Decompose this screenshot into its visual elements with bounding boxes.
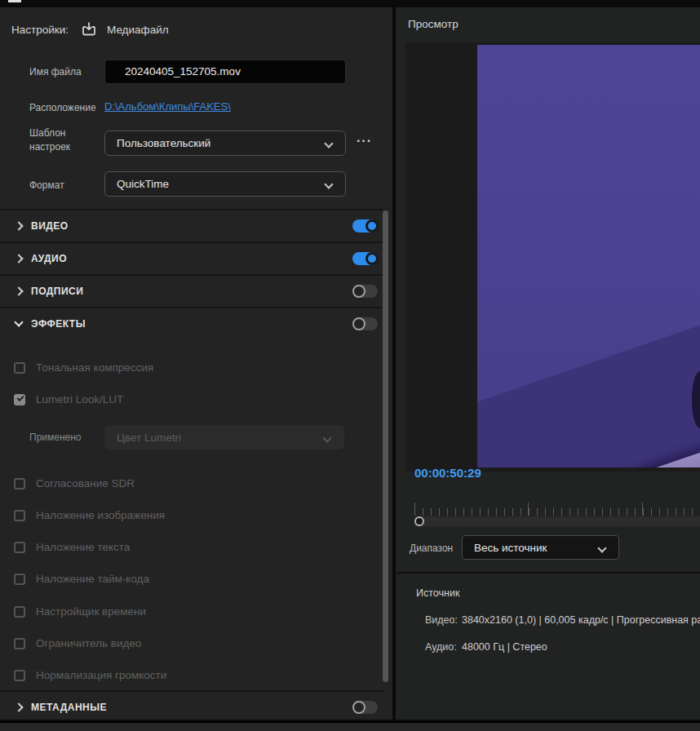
filename-label: Имя файла (29, 66, 82, 78)
chevron-down-icon (324, 179, 333, 188)
settings-panel: Настройки: Медиафайл Имя файла 20240405_… (0, 7, 392, 720)
section-audio[interactable]: АУДИО (0, 241, 383, 272)
chevron-right-icon[interactable] (14, 254, 23, 263)
location-link[interactable]: D:\Альбом\Клипы\FAKES\ (104, 100, 231, 113)
ruler-major-tick (642, 503, 643, 516)
preset-select[interactable]: Пользовательский (104, 131, 346, 156)
source-section-divider (397, 572, 700, 574)
scrubber-track[interactable] (414, 516, 700, 526)
window-top-strip (0, 0, 700, 7)
ruler-major-tick (528, 503, 529, 516)
video-preview-frame[interactable] (477, 45, 700, 467)
section-metadata-label: МЕТАДАННЫЕ (31, 702, 107, 713)
settings-header-label: Настройки: (11, 24, 69, 36)
effect-video-limiter[interactable]: Ограничитель видео (0, 636, 375, 653)
toggle-knob (366, 252, 379, 265)
effect-label: Согласование SDR (36, 477, 135, 490)
range-select[interactable]: Весь источник (462, 535, 619, 560)
checkbox-icon[interactable] (14, 478, 25, 490)
toggle-knob (352, 285, 366, 298)
effect-sdr-conform[interactable]: Согласование SDR (0, 476, 375, 493)
window-bottom-bar (0, 721, 700, 731)
effect-label: Lumetri Look/LUT (36, 393, 123, 405)
chevron-down-icon (324, 139, 333, 148)
preset-more-button[interactable]: ··· (357, 134, 372, 148)
applied-select: Цвет Lumetri (104, 425, 344, 450)
video-toggle[interactable] (352, 219, 378, 233)
section-metadata[interactable]: МЕТАДАННЫЕ (0, 690, 383, 720)
checkbox-icon[interactable] (14, 574, 25, 585)
format-label: Формат (29, 179, 64, 191)
source-audio-value: 48000 Гц | Стерео (462, 641, 547, 653)
effect-label: Наложение текста (36, 541, 130, 553)
checkbox-icon[interactable] (14, 542, 25, 553)
source-video-value: 3840x2160 (1,0) | 60,005 кадр/с | Прогре… (462, 614, 700, 626)
effect-lumetri-look[interactable]: Lumetri Look/LUT (0, 392, 375, 409)
checkbox-icon[interactable] (14, 606, 25, 618)
timecode-display: 00:00:50:29 (414, 466, 481, 480)
section-video-label: ВИДЕО (31, 220, 69, 232)
effect-label: Тональная компрессия (36, 361, 153, 374)
chevron-right-icon[interactable] (14, 286, 23, 295)
playhead-knob[interactable] (414, 516, 424, 526)
section-effects-label: ЭФФЕКТЫ (31, 318, 86, 330)
chevron-down-icon[interactable] (14, 317, 23, 326)
section-effects[interactable]: ЭФФЕКТЫ (0, 307, 383, 338)
toggle-knob (366, 219, 379, 233)
effect-timecode-overlay[interactable]: Наложение тайм-кода (0, 572, 375, 588)
section-captions-label: ПОДПИСИ (31, 286, 83, 297)
preview-title: Просмотр (408, 18, 459, 30)
ruler-major-tick (414, 503, 415, 516)
format-select[interactable]: QuickTime (104, 171, 346, 197)
source-title: Источник (416, 587, 459, 599)
checkbox-icon[interactable] (14, 670, 25, 681)
preset-label-line1: Шаблон (29, 127, 65, 139)
effect-label: Настройщик времени (36, 605, 146, 618)
panel-drag-handle[interactable] (8, 0, 21, 2)
chevron-down-icon (597, 543, 606, 552)
range-select-value: Весь источник (474, 542, 547, 554)
audio-toggle[interactable] (352, 252, 378, 265)
source-video-label: Видео: (425, 614, 458, 626)
checkbox-icon[interactable] (14, 362, 25, 374)
format-select-value: QuickTime (117, 178, 169, 190)
preset-select-value: Пользовательский (117, 137, 210, 149)
preset-label-line2: настроек (29, 141, 70, 153)
video-floor-region (477, 299, 700, 467)
metadata-toggle[interactable] (352, 701, 378, 714)
applied-label: Применено (29, 432, 82, 443)
applied-select-value: Цвет Lumetri (117, 432, 181, 444)
checkbox-icon[interactable] (14, 638, 25, 649)
location-label: Расположение (29, 102, 96, 113)
effect-image-overlay[interactable]: Наложение изображения (0, 508, 375, 525)
effect-text-overlay[interactable]: Наложение текста (0, 540, 375, 556)
filename-input[interactable]: 20240405_152705.mov (104, 60, 346, 84)
chevron-right-icon[interactable] (14, 702, 23, 711)
timeline-ruler[interactable] (414, 503, 700, 516)
toggle-knob (352, 317, 366, 330)
effects-toggle[interactable] (352, 317, 378, 330)
captions-toggle[interactable] (352, 285, 378, 298)
checkbox-icon[interactable] (14, 510, 25, 521)
section-captions[interactable]: ПОДПИСИ (0, 274, 383, 305)
range-label: Диапазон (410, 543, 453, 554)
effect-tone-mapping[interactable]: Тональная компрессия (0, 361, 375, 377)
checkbox-checked-icon[interactable] (14, 394, 25, 405)
effect-label: Наложение изображения (36, 509, 165, 521)
media-file-icon (80, 20, 98, 42)
effect-label: Наложение тайм-кода (36, 573, 149, 585)
section-video[interactable]: ВИДЕО (0, 209, 383, 240)
chevron-right-icon[interactable] (14, 221, 23, 230)
effect-label: Нормализация громкости (36, 669, 166, 681)
settings-header-tab[interactable]: Медиафайл (107, 24, 169, 36)
section-audio-label: АУДИО (31, 253, 67, 264)
source-audio-label: Аудио: (425, 641, 457, 653)
effect-time-tuner[interactable]: Настройщик времени (0, 605, 375, 621)
effect-label: Ограничитель видео (36, 637, 141, 649)
effect-loudness-normalization[interactable]: Нормализация громкости (0, 668, 375, 684)
chevron-down-icon (322, 433, 331, 442)
toggle-knob (352, 701, 366, 714)
settings-scrollbar[interactable] (383, 210, 388, 682)
